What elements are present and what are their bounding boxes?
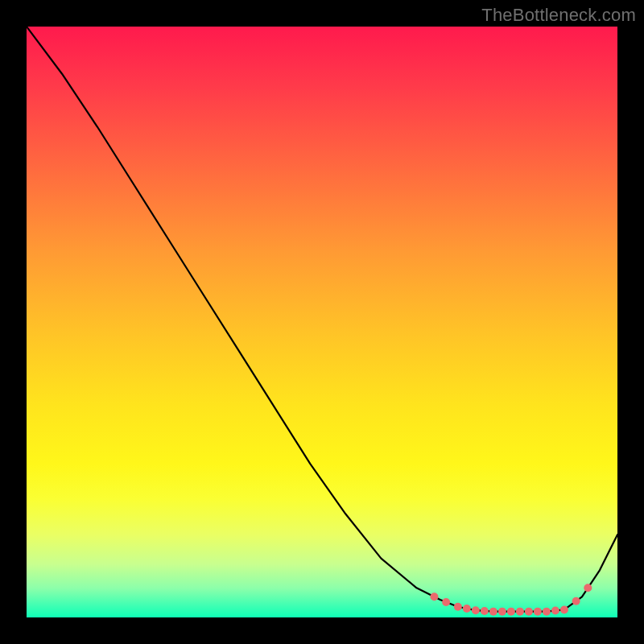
watermark-text: TheBottleneck.com: [481, 5, 636, 26]
curve-marker: [534, 608, 542, 616]
curve-marker: [498, 608, 506, 616]
bottleneck-curve: [27, 27, 617, 612]
curve-markers: [430, 584, 592, 615]
curve-marker: [543, 608, 551, 616]
curve-marker: [442, 598, 450, 606]
plot-area: [27, 27, 617, 617]
curve-marker: [584, 584, 592, 592]
curve-svg: [27, 27, 617, 617]
curve-marker: [463, 605, 471, 613]
curve-marker: [560, 605, 568, 613]
curve-marker: [430, 592, 438, 601]
curve-marker: [481, 607, 489, 615]
curve-marker: [516, 608, 524, 616]
curve-marker: [551, 607, 559, 615]
chart-stage: TheBottleneck.com: [0, 0, 644, 644]
curve-marker: [525, 608, 533, 616]
curve-marker: [507, 608, 515, 616]
curve-marker: [454, 603, 462, 611]
curve-marker: [489, 608, 497, 616]
curve-marker: [472, 606, 480, 614]
curve-marker: [572, 597, 580, 605]
